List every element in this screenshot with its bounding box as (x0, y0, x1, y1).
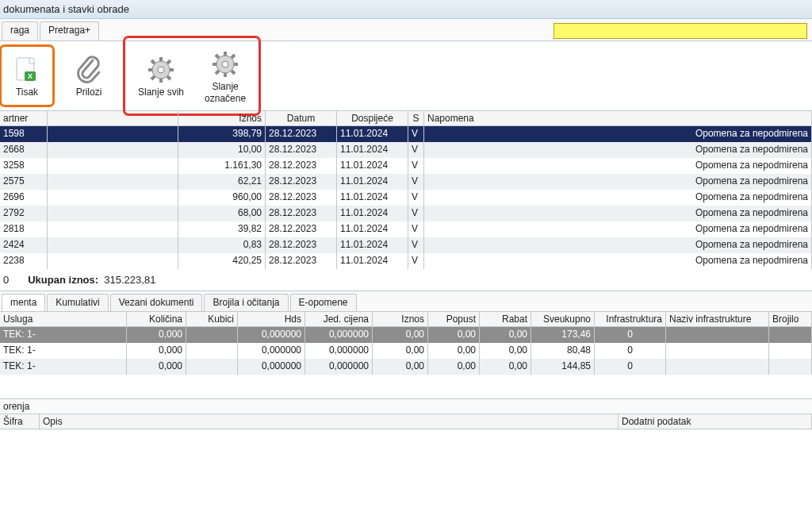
cell: 173,46 (531, 327, 595, 343)
slanje-svih-button[interactable]: Slanje svih (135, 43, 187, 109)
cell: 0,00 (480, 359, 531, 375)
cell: 0,00 (428, 343, 480, 359)
table-row[interactable]: TEK: 1-0,0000,0000000,0000000,000,000,00… (0, 343, 812, 359)
col-dospijece[interactable]: Dospijeće (337, 111, 408, 125)
dcol-iznos[interactable]: Iznos (373, 312, 428, 326)
dcol-usluga[interactable]: Usluga (0, 312, 127, 326)
tab-kumulativi[interactable]: Kumulativi (47, 294, 108, 311)
col-iznos[interactable]: Iznos (178, 111, 266, 125)
main-grid-body[interactable]: 1598398,7928.12.202311.01.2024VOpomena z… (0, 126, 812, 269)
table-row[interactable]: 1598398,7928.12.202311.01.2024VOpomena z… (0, 126, 812, 142)
cell: 0,00 (480, 343, 531, 359)
tab-vezani-dokumenti[interactable]: Vezani dokumenti (110, 294, 203, 311)
col-s[interactable]: S (408, 111, 424, 125)
bcol-sifra[interactable]: Šifra (0, 414, 40, 429)
cell: 28.12.2023 (266, 126, 337, 142)
dcol-jed[interactable]: Jed. cijena (305, 312, 373, 326)
col-napomena[interactable]: Napomena (424, 111, 812, 125)
cell (186, 327, 238, 343)
table-row[interactable]: 24240,8328.12.202311.01.2024VOpomena za … (0, 237, 812, 253)
excel-icon: X (13, 53, 41, 87)
cell: 420,25 (178, 253, 266, 269)
cell (666, 327, 769, 343)
table-row[interactable]: 281839,8228.12.202311.01.2024VOpomena za… (0, 221, 812, 237)
col-partner[interactable]: artner (0, 111, 48, 125)
col-blank[interactable] (48, 111, 178, 125)
slanje-oznacene-button[interactable]: Slanje označene (201, 43, 249, 109)
cell: 0 (595, 343, 666, 359)
tisak-button[interactable]: X Tisak (3, 48, 51, 102)
cell: 28.12.2023 (266, 190, 337, 206)
cell: TEK: 1- (0, 359, 127, 375)
toolbar: X Tisak Prilozi Slanje svih (0, 41, 812, 111)
cell: 3258 (0, 158, 48, 174)
cell: 11.01.2024 (337, 221, 408, 237)
cell (48, 237, 178, 253)
cell: V (408, 158, 424, 174)
cell: 0,00 (373, 343, 428, 359)
cell (48, 174, 178, 190)
dcol-kubici[interactable]: Kubici (186, 312, 238, 326)
table-row[interactable]: 32581.161,3028.12.202311.01.2024VOpomena… (0, 158, 812, 174)
dcol-sveukupno[interactable]: Sveukupno (531, 312, 595, 326)
cell: 2792 (0, 206, 48, 221)
table-row[interactable]: TEK: 1-0,0000,0000000,0000000,000,000,00… (0, 359, 812, 375)
table-row[interactable]: TEK: 1-0,0000,0000000,0000000,000,000,00… (0, 327, 812, 343)
ukupan-value: 315.223,81 (104, 274, 155, 286)
table-row[interactable]: 266810,0028.12.202311.01.2024VOpomena za… (0, 142, 812, 158)
cell (666, 359, 769, 375)
table-row[interactable]: 2238420,2528.12.202311.01.2024VOpomena z… (0, 253, 812, 269)
gear-icon (147, 53, 175, 87)
svg-line-20 (232, 71, 235, 74)
cell: Opomena za nepodmirena (424, 142, 812, 158)
tab-pretraga-plus[interactable]: Pretraga+ (40, 21, 99, 40)
cell: 11.01.2024 (337, 190, 408, 206)
svg-point-14 (222, 61, 228, 67)
cell: 0,000000 (305, 359, 373, 375)
dcol-popust[interactable]: Popust (428, 312, 480, 326)
prilozi-button[interactable]: Prilozi (65, 48, 113, 102)
cell: TEK: 1- (0, 343, 127, 359)
main-grid-header: artner Iznos Datum Dospijeće S Napomena (0, 111, 812, 126)
cell: 0 (595, 327, 666, 343)
cell (48, 190, 178, 206)
table-row[interactable]: 257562,2128.12.202311.01.2024VOpomena za… (0, 174, 812, 190)
search-input[interactable] (553, 23, 807, 39)
dcol-hds[interactable]: Hds (238, 312, 305, 326)
cell: 11.01.2024 (337, 174, 408, 190)
bcol-dodatni[interactable]: Dodatni podatak (619, 414, 812, 429)
cell: 2668 (0, 142, 48, 158)
col-datum[interactable]: Datum (266, 111, 337, 125)
tab-brojila[interactable]: Brojila i očitanja (204, 294, 288, 311)
table-row[interactable]: 279268,0028.12.202311.01.2024VOpomena za… (0, 206, 812, 221)
cell: Opomena za nepodmirena (424, 158, 812, 174)
dcol-infra[interactable]: Infrastruktura (595, 312, 666, 326)
table-row[interactable]: 2696960,0028.12.202311.01.2024VOpomena z… (0, 190, 812, 206)
svg-line-22 (232, 55, 235, 58)
cell: 2575 (0, 174, 48, 190)
dcol-rabat[interactable]: Rabat (480, 312, 531, 326)
tab-menta[interactable]: menta (2, 294, 45, 311)
dcol-brojilo[interactable]: Brojilo (769, 312, 812, 326)
cell: Opomena za nepodmirena (424, 174, 812, 190)
dcol-naziv[interactable]: Naziv infrastrukture (666, 312, 769, 326)
detail-grid-header: Usluga Količina Kubici Hds Jed. cijena I… (0, 312, 812, 327)
cell: 11.01.2024 (337, 142, 408, 158)
cell: 28.12.2023 (266, 221, 337, 237)
tab-raga[interactable]: raga (2, 21, 38, 40)
cell: V (408, 221, 424, 237)
cell: 28.12.2023 (266, 142, 337, 158)
cell: Opomena za nepodmirena (424, 221, 812, 237)
cell: Opomena za nepodmirena (424, 253, 812, 269)
bcol-opis[interactable]: Opis (40, 414, 619, 429)
cell (48, 126, 178, 142)
svg-point-4 (158, 67, 164, 73)
cell: 960,00 (178, 190, 266, 206)
cell: TEK: 1- (0, 327, 127, 343)
svg-line-12 (167, 60, 170, 64)
cell: 2696 (0, 190, 48, 206)
highlight-slanje: Slanje svih Slanje označene (127, 40, 257, 112)
dcol-kolicina[interactable]: Količina (127, 312, 186, 326)
detail-grid-body[interactable]: TEK: 1-0,0000,0000000,0000000,000,000,00… (0, 327, 812, 375)
tab-e-opomene[interactable]: E-opomene (290, 294, 357, 311)
